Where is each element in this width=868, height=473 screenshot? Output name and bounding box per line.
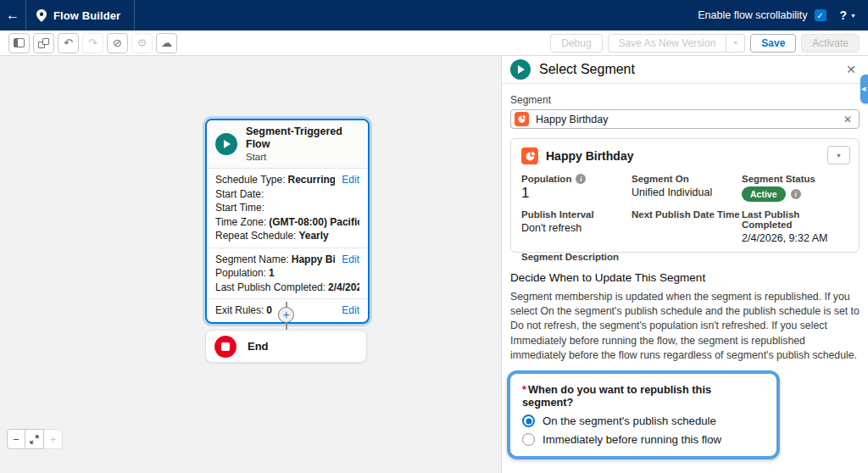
end-node-label: End <box>248 340 269 353</box>
edit-exit-rules-link[interactable]: Edit <box>335 303 359 318</box>
segment-on-field-label: Segment On <box>632 174 689 184</box>
start-node[interactable]: Segment-Triggered Flow Start Schedule Ty… <box>205 119 370 324</box>
end-node[interactable]: End <box>205 330 367 363</box>
scrollability-checkbox[interactable]: ✓ <box>815 9 826 21</box>
segment-field-label: Segment <box>510 94 860 106</box>
clear-icon[interactable]: ✕ <box>843 114 852 125</box>
update-section-description: Segment membership is updated when the s… <box>510 290 861 363</box>
debug-button[interactable]: Debug <box>550 34 602 53</box>
segment-description-field: Segment Description <box>521 252 632 262</box>
settings-button[interactable]: ⚙ <box>131 33 153 53</box>
start-date-label: Start Date: <box>215 188 264 200</box>
select-segment-panel: Select Segment ✕ ◀ Segment Happy Birthda… <box>501 56 868 473</box>
start-node-header: Segment-Triggered Flow Start <box>207 120 368 169</box>
segment-on-field-value: Unified Individual <box>632 186 742 198</box>
zoom-out-button[interactable]: − <box>7 429 25 449</box>
undo-button[interactable]: ↶ <box>58 33 79 53</box>
segment-icon <box>515 112 529 126</box>
segment-section: Segment Name:Happy BirthdayEdit Populati… <box>207 248 368 300</box>
info-icon[interactable]: i <box>576 174 586 184</box>
view-errors-button[interactable]: ⊘ <box>107 33 128 53</box>
republish-question: *When do you want to republish this segm… <box>522 383 765 409</box>
next-publish-field-label: Next Publish Date Time <box>632 209 740 220</box>
radio-option[interactable]: On the segment's publish schedule <box>522 415 765 427</box>
flow-canvas[interactable]: Segment-Triggered Flow Start Schedule Ty… <box>0 56 501 473</box>
last-publish-field-label: Last Publish Completed <box>742 209 849 230</box>
panel-toggle-icon <box>14 38 25 47</box>
segment-status-field: Segment Status Activei <box>742 174 849 202</box>
top-navigation-bar: ← Flow Builder Enable flow scrollability… <box>0 0 868 31</box>
fit-to-view-button[interactable] <box>25 429 44 449</box>
back-button[interactable]: ← <box>0 0 25 31</box>
update-section-heading: Decide When to Update This Segment <box>510 271 860 284</box>
start-play-icon <box>215 133 237 155</box>
help-menu[interactable]: ? ▼ <box>840 8 857 22</box>
segment-name-value: Happy Birthday <box>292 253 336 265</box>
segment-detail-card: Happy Birthday ▼ Populationi 1 Segment O… <box>510 138 860 253</box>
help-icon: ? <box>840 8 848 22</box>
segment-description-field-label: Segment Description <box>521 252 619 262</box>
start-node-subtitle: Start <box>246 151 359 163</box>
flow-builder-app: ← Flow Builder Enable flow scrollability… <box>0 0 868 473</box>
radio-option-label: On the segment's publish schedule <box>542 415 716 427</box>
cloud-icon: ☁ <box>161 36 172 49</box>
divider <box>134 0 135 31</box>
save-options-dropdown-button[interactable]: ▼ <box>726 34 745 53</box>
add-element-button[interactable]: + <box>278 307 294 323</box>
publish-interval-field-value: Don't refresh <box>521 222 632 234</box>
radio-option[interactable]: Immediately before running this flow <box>522 433 765 446</box>
required-asterisk: * <box>522 383 526 396</box>
population-field-label: Population <box>521 174 571 184</box>
save-as-new-version-button[interactable]: Save As New Version <box>608 34 727 53</box>
undo-icon: ↶ <box>64 36 73 49</box>
segment-combobox-value: Happy Birthday <box>536 114 608 125</box>
segment-combobox[interactable]: Happy Birthday ✕ <box>510 109 860 129</box>
start-node-title: Segment-Triggered Flow <box>246 125 359 151</box>
segment-card-title: Happy Birthday <box>546 149 633 163</box>
schedule-section: Schedule Type:RecurringEdit Start Date: … <box>207 169 368 248</box>
start-time-label: Start Time: <box>215 202 264 214</box>
radio-option-label: Immediately before running this flow <box>542 433 721 446</box>
next-publish-field: Next Publish Date Time <box>632 209 742 244</box>
panel-title: Select Segment <box>539 62 635 77</box>
start-element-icon <box>510 59 531 80</box>
edit-segment-link[interactable]: Edit <box>335 253 359 267</box>
zoom-in-button[interactable]: + <box>44 429 63 449</box>
edit-schedule-link[interactable]: Edit <box>335 173 359 187</box>
population-value: 1 <box>269 267 275 279</box>
end-icon <box>214 336 236 358</box>
save-button[interactable]: Save <box>750 34 796 53</box>
flow-properties-button[interactable]: ☁ <box>156 33 177 53</box>
schedule-type-value: Recurring <box>288 174 336 186</box>
info-icon[interactable]: i <box>791 189 801 199</box>
docked-prompt-toggle[interactable]: ◀ <box>860 75 868 103</box>
last-publish-field-value: 2/4/2026, 9:32 AM <box>742 232 849 244</box>
time-zone-label: Time Zone: <box>215 216 266 228</box>
copy-elements-button[interactable] <box>33 33 54 53</box>
exit-rules-label: Exit Rules: <box>215 304 264 316</box>
copy-icon <box>38 38 49 48</box>
time-zone-value: (GMT-08:00) Pacific Stan... <box>269 216 359 228</box>
expand-icon <box>30 435 39 444</box>
redo-button[interactable]: ↷ <box>82 33 103 53</box>
last-publish-field: Last Publish Completed 2/4/2026, 9:32 AM <box>742 209 849 244</box>
panel-header: Select Segment ✕ <box>502 56 868 84</box>
redo-icon: ↷ <box>88 36 97 49</box>
exit-rules-value: 0 <box>266 304 272 316</box>
population-field-value: 1 <box>521 185 632 202</box>
radio-button[interactable] <box>522 415 535 427</box>
republish-options-group: *When do you want to republish this segm… <box>507 370 780 459</box>
prohibit-icon: ⊘ <box>113 36 122 49</box>
last-publish-label: Last Publish Completed: <box>215 281 326 293</box>
segment-on-field: Segment On Unified Individual <box>632 174 742 202</box>
activate-button[interactable]: Activate <box>801 34 860 53</box>
segment-actions-dropdown-button[interactable]: ▼ <box>827 146 850 164</box>
scrollability-label: Enable flow scrollability <box>698 9 807 21</box>
toggle-panel-button[interactable] <box>8 33 30 53</box>
app-title-zone: Flow Builder <box>26 0 134 31</box>
close-icon[interactable]: ✕ <box>843 61 860 78</box>
segment-icon <box>521 147 538 164</box>
status-badge: Active <box>742 186 786 202</box>
radio-button[interactable] <box>522 433 535 446</box>
gear-icon: ⚙ <box>137 36 147 49</box>
